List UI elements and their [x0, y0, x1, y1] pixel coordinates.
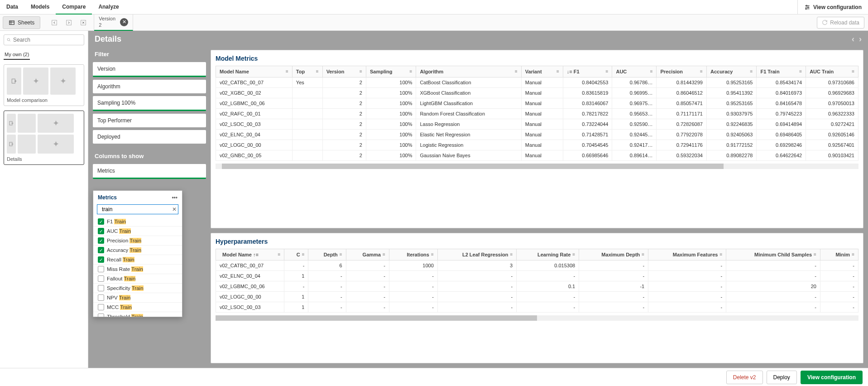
sheet-thumb-details[interactable]: ✦ ✦ Details: [4, 111, 84, 165]
table-row[interactable]: v02_LOGC_00_001---------: [216, 292, 858, 302]
table-row[interactable]: v02_LGBMC_00_062100%LightGBM Classificat…: [216, 98, 858, 109]
topnav-analyze[interactable]: Analyze: [92, 0, 125, 14]
column-header[interactable]: ≡ Gamma: [346, 249, 389, 261]
column-header[interactable]: Accuracy≡: [706, 66, 757, 77]
view-configuration-link[interactable]: View configuration: [797, 0, 868, 14]
filter-pill[interactable]: Top Performer: [93, 114, 206, 127]
table-row[interactable]: v02_CATBC_00_07Yes2100%CatBoost Classifi…: [216, 77, 858, 88]
table-row[interactable]: v02_ELNC_00_041---------: [216, 271, 858, 281]
h-scrollbar[interactable]: [216, 315, 858, 321]
column-menu-icon[interactable]: ≡: [572, 252, 575, 257]
column-header[interactable]: Sampling≡: [366, 66, 416, 77]
column-header[interactable]: Top≡: [292, 66, 322, 77]
clear-search-icon[interactable]: ✕: [172, 206, 177, 212]
table-row[interactable]: v02_LOGC_00_002100%Logistic RegressionMa…: [216, 140, 858, 150]
column-menu-icon[interactable]: ≡: [431, 252, 434, 257]
column-menu-icon[interactable]: ≡: [510, 252, 513, 257]
metric-option[interactable]: MCC Train: [93, 303, 182, 312]
topnav-models[interactable]: Models: [24, 0, 56, 14]
columns-metrics-pill[interactable]: Metrics: [93, 164, 206, 179]
table-row[interactable]: v02_LSOC_00_031---------: [216, 302, 858, 313]
next-sheet-icon[interactable]: ›: [859, 34, 862, 44]
metric-option[interactable]: ✓Accuracy Train: [93, 246, 182, 255]
my-own-label[interactable]: My own (2): [4, 50, 30, 60]
column-menu-icon[interactable]: ≡: [719, 252, 722, 257]
table-row[interactable]: v02_RAFC_00_012100%Random Forest Classif…: [216, 109, 858, 119]
column-header[interactable]: ≡ Depth: [308, 249, 346, 261]
column-menu-icon[interactable]: ≡: [642, 252, 644, 257]
column-menu-icon[interactable]: ≡: [515, 69, 518, 74]
column-menu-icon[interactable]: ≡: [814, 252, 816, 257]
filter-pill[interactable]: Deployed: [93, 130, 206, 144]
column-header[interactable]: ≡ Minim: [820, 249, 858, 261]
table-row[interactable]: v02_LSOC_00_032100%Lasso RegressionManua…: [216, 119, 858, 130]
column-header[interactable]: F1 Train≡: [757, 66, 806, 77]
column-header[interactable]: ≡ Minimum Child Samples: [726, 249, 820, 261]
column-header[interactable]: AUC≡: [612, 66, 657, 77]
column-menu-icon[interactable]: ≡: [606, 69, 609, 74]
column-menu-icon[interactable]: ≡: [302, 252, 305, 257]
table-row[interactable]: v02_ELNC_00_042100%Elastic Net Regressio…: [216, 130, 858, 140]
column-header[interactable]: Version≡: [322, 66, 366, 77]
column-header[interactable]: Model Name≡: [216, 66, 293, 77]
selection-clear-icon[interactable]: [79, 19, 87, 27]
hyperparameters-table[interactable]: ≡ Model Name ↑≡≡ C≡ Depth≡ Gamma≡ Iterat…: [216, 249, 858, 313]
search-input[interactable]: [13, 37, 81, 43]
selection-back-icon[interactable]: [50, 19, 58, 27]
version-tab[interactable]: Version 2 ✕: [94, 14, 133, 31]
column-header[interactable]: Algorithm≡: [416, 66, 521, 77]
column-menu-icon[interactable]: ≡: [750, 69, 753, 74]
column-header[interactable]: ≡ Iterations: [389, 249, 437, 261]
column-menu-icon[interactable]: ≡: [383, 252, 385, 257]
table-row[interactable]: v02_XGBC_00_022100%XGBoost Classificatio…: [216, 88, 858, 98]
close-icon[interactable]: ✕: [120, 18, 128, 26]
column-header[interactable]: ≡ Maximum Features: [648, 249, 726, 261]
table-row[interactable]: v02_LGBMC_00_06-----0.1-1-20-: [216, 281, 858, 292]
column-header[interactable]: Precision≡: [657, 66, 706, 77]
metric-option[interactable]: Threshold Train: [93, 312, 182, 317]
column-header[interactable]: ≡ Model Name ↑≡: [216, 249, 284, 261]
prev-sheet-icon[interactable]: ‹: [852, 34, 854, 44]
metric-option[interactable]: ✓Recall Train: [93, 255, 182, 265]
column-menu-icon[interactable]: ≡: [286, 69, 288, 74]
model-metrics-table[interactable]: Model Name≡Top≡Version≡Sampling≡Algorith…: [216, 66, 858, 161]
popup-search[interactable]: ✕: [97, 204, 178, 214]
selection-forward-icon[interactable]: [65, 19, 73, 27]
column-header[interactable]: ≡ Maximum Depth: [579, 249, 648, 261]
sheet-search[interactable]: [4, 34, 84, 45]
column-header[interactable]: ≡ C: [284, 249, 308, 261]
topnav-compare[interactable]: Compare: [56, 0, 92, 14]
sheet-thumb-model-comparison[interactable]: ✦ ✦ Model comparison: [4, 64, 84, 106]
metric-option[interactable]: Specificity Train: [93, 284, 182, 293]
metric-option[interactable]: Miss Rate Train: [93, 265, 182, 274]
column-header[interactable]: ≡ L2 Leaf Regression: [437, 249, 516, 261]
metric-option[interactable]: ✓Precision Train: [93, 236, 182, 246]
sheets-button[interactable]: Sheets: [3, 16, 40, 29]
metric-option[interactable]: ✓F1 Train: [93, 217, 182, 227]
column-menu-icon[interactable]: ≡: [278, 252, 281, 257]
h-scrollbar[interactable]: [216, 164, 858, 169]
filter-pill[interactable]: Sampling 100%: [93, 96, 206, 111]
column-menu-icon[interactable]: ≡: [340, 252, 342, 257]
column-header[interactable]: Variant≡: [521, 66, 563, 77]
column-menu-icon[interactable]: ≡: [852, 69, 854, 74]
column-menu-icon[interactable]: ≡: [650, 69, 653, 74]
column-menu-icon[interactable]: ≡: [360, 69, 362, 74]
column-menu-icon[interactable]: ≡: [700, 69, 703, 74]
column-header[interactable]: ≡ Learning Rate: [517, 249, 579, 261]
metric-option[interactable]: ✓AUC Train: [93, 227, 182, 236]
topnav-data[interactable]: Data: [0, 0, 24, 14]
column-menu-icon[interactable]: ≡: [316, 69, 319, 74]
filter-pill[interactable]: Algorithm: [93, 80, 206, 93]
column-menu-icon[interactable]: ≡: [556, 69, 559, 74]
metric-option[interactable]: NPV Train: [93, 293, 182, 303]
metric-option[interactable]: Fallout Train: [93, 274, 182, 284]
reload-data-button[interactable]: Reload data: [817, 17, 864, 29]
column-menu-icon[interactable]: ≡: [410, 69, 412, 74]
table-row[interactable]: v02_GNBC_00_052100%Gaussian Naive BayesM…: [216, 150, 858, 161]
popup-search-input[interactable]: [102, 206, 170, 212]
table-row[interactable]: v02_CATBC_00_07-6-100030.015308----: [216, 261, 858, 271]
column-menu-icon[interactable]: ≡: [799, 69, 802, 74]
more-icon[interactable]: •••: [172, 194, 177, 201]
column-header[interactable]: ↓≡ F1≡: [563, 66, 612, 77]
